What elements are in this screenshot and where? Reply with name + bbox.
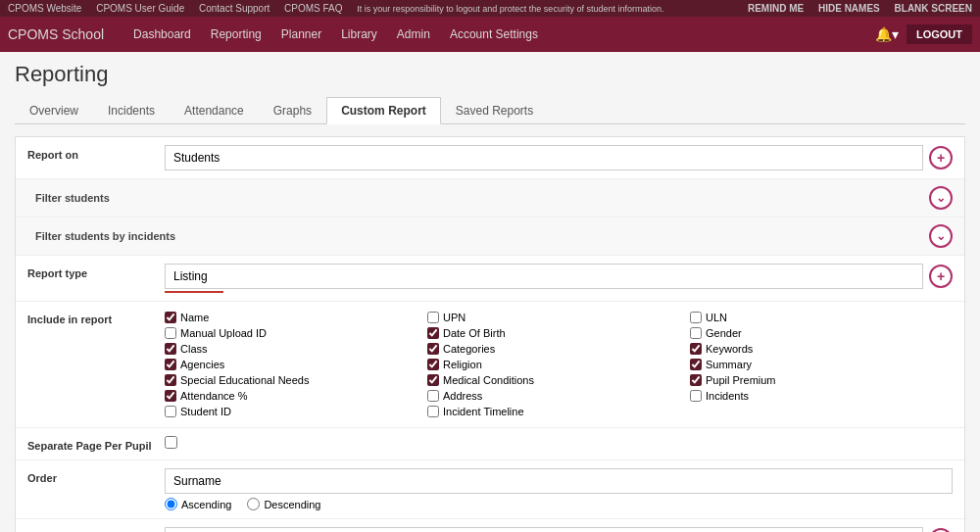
checkbox-manual-upload: Manual Upload ID <box>165 325 427 341</box>
checkbox-manual-upload-input[interactable] <box>165 327 176 339</box>
contact-support-link[interactable]: Contact Support <box>199 3 270 14</box>
checkbox-upn-label: UPN <box>443 312 466 323</box>
checkbox-religion-input[interactable] <box>427 359 439 370</box>
tab-saved-reports[interactable]: Saved Reports <box>441 97 548 124</box>
ascending-radio[interactable] <box>165 498 177 510</box>
notification-bell-icon[interactable]: 🔔▾ <box>875 26 899 42</box>
nav-dashboard[interactable]: Dashboard <box>123 17 201 52</box>
filter-students-expand-button[interactable]: ⌄ <box>929 186 953 210</box>
report-format-label: Report format <box>27 527 165 532</box>
checkbox-pupil-premium: Pupil Premium <box>690 372 953 388</box>
nav-logo: CPOMS School <box>8 26 104 42</box>
descending-option[interactable]: Descending <box>247 498 320 510</box>
remind-me-link[interactable]: REMIND ME <box>748 3 804 14</box>
report-format-expand-button[interactable]: + <box>929 528 953 532</box>
filter-incidents-row: Filter students by incidents ⌄ <box>16 218 964 256</box>
checkbox-sen: Special Educational Needs <box>165 372 427 388</box>
report-on-select[interactable]: Students <box>165 145 923 170</box>
report-format-control: + <box>165 527 953 532</box>
report-type-expand-button[interactable]: + <box>929 265 953 288</box>
checkbox-student-id-input[interactable] <box>165 406 176 417</box>
checkbox-keywords: Keywords <box>690 341 953 357</box>
checkbox-agencies-input[interactable] <box>165 359 176 370</box>
checkbox-class-input[interactable] <box>165 343 176 355</box>
report-on-expand-button[interactable]: + <box>929 146 953 169</box>
checkbox-attendance-input[interactable] <box>165 390 176 402</box>
checkbox-name-input[interactable] <box>165 312 176 323</box>
checkbox-gender-input[interactable] <box>690 327 702 339</box>
checkbox-incident-timeline: Incident Timeline <box>427 404 690 419</box>
checkbox-summary-input[interactable] <box>690 359 702 370</box>
hide-names-link[interactable]: HIDE NAMES <box>818 3 880 14</box>
tab-incidents[interactable]: Incidents <box>93 97 170 124</box>
filter-incidents-expand-button[interactable]: ⌄ <box>929 224 953 248</box>
checkbox-col-1: UPN Date Of Birth Categories Religi <box>427 310 690 419</box>
checkbox-incidents-input[interactable] <box>690 390 702 402</box>
nav-right: 🔔▾ LOGOUT <box>875 24 972 44</box>
nav-library[interactable]: Library <box>331 17 387 52</box>
tab-graphs[interactable]: Graphs <box>259 97 326 124</box>
nav-planner[interactable]: Planner <box>271 17 331 52</box>
checkbox-keywords-input[interactable] <box>690 343 702 355</box>
report-format-input[interactable] <box>165 527 923 532</box>
checkbox-student-id: Student ID <box>165 404 427 419</box>
checkbox-student-id-label: Student ID <box>180 406 231 417</box>
checkbox-uln-label: ULN <box>706 312 727 323</box>
checkbox-attendance-label: Attendance % <box>180 390 248 402</box>
checkbox-categories: Categories <box>427 341 690 357</box>
checkbox-name: Name <box>165 310 427 325</box>
order-control: Surname First Name Class Ascending Desce… <box>165 468 953 510</box>
checkbox-uln-input[interactable] <box>690 312 702 323</box>
checkbox-class: Class <box>165 341 427 357</box>
order-select[interactable]: Surname First Name Class <box>165 468 953 494</box>
checkbox-pupil-premium-label: Pupil Premium <box>706 374 776 386</box>
checkbox-medical-conditions-label: Medical Conditions <box>443 374 534 386</box>
checkbox-class-label: Class <box>180 343 208 355</box>
checkbox-medical-conditions: Medical Conditions <box>427 372 690 388</box>
tab-custom-report[interactable]: Custom Report <box>326 97 441 124</box>
reporting-tabs: Overview Incidents Attendance Graphs Cus… <box>15 97 965 124</box>
ascending-label: Ascending <box>181 499 231 510</box>
cpoms-website-link[interactable]: CPOMS Website <box>8 3 81 14</box>
top-bar-actions: REMIND ME HIDE NAMES BLANK SCREEN <box>736 3 972 14</box>
nav-links: Dashboard Reporting Planner Library Admi… <box>123 17 875 52</box>
user-guide-link[interactable]: CPOMS User Guide <box>96 3 184 14</box>
nav-bar: CPOMS School Dashboard Reporting Planner… <box>0 17 980 52</box>
blank-screen-link[interactable]: BLANK SCREEN <box>895 3 972 14</box>
checkbox-dob-input[interactable] <box>427 327 439 339</box>
ascending-option[interactable]: Ascending <box>165 498 231 510</box>
filter-students-row: Filter students ⌄ <box>16 179 964 218</box>
report-on-control: Students + <box>165 145 953 170</box>
order-radio-group: Ascending Descending <box>165 498 953 510</box>
logout-button[interactable]: LOGOUT <box>906 24 972 44</box>
checkbox-agencies-label: Agencies <box>180 359 224 370</box>
checkbox-attendance: Attendance % <box>165 388 427 404</box>
checkbox-medical-conditions-input[interactable] <box>427 374 439 386</box>
checkbox-upn-input[interactable] <box>427 312 439 323</box>
nav-account-settings[interactable]: Account Settings <box>440 17 548 52</box>
checkbox-categories-input[interactable] <box>427 343 439 355</box>
checkbox-pupil-premium-input[interactable] <box>690 374 702 386</box>
checkbox-religion: Religion <box>427 357 690 372</box>
checkbox-summary-label: Summary <box>706 359 752 370</box>
checkbox-col-2: ULN Gender Keywords Summary <box>690 310 953 419</box>
order-label: Order <box>27 468 165 484</box>
checkbox-sen-input[interactable] <box>165 374 176 386</box>
separate-page-control <box>165 436 953 449</box>
tab-overview[interactable]: Overview <box>15 97 93 124</box>
separate-page-checkbox[interactable] <box>165 436 177 449</box>
checkbox-gender-label: Gender <box>706 327 742 339</box>
checkbox-col-0: Name Manual Upload ID Class Agencie <box>165 310 427 419</box>
nav-reporting[interactable]: Reporting <box>201 17 271 52</box>
checkbox-manual-upload-label: Manual Upload ID <box>180 327 267 339</box>
nav-admin[interactable]: Admin <box>387 17 440 52</box>
checkbox-religion-label: Religion <box>443 359 482 370</box>
tab-attendance[interactable]: Attendance <box>170 97 259 124</box>
report-on-row: Report on Students + <box>16 137 964 179</box>
report-type-select[interactable]: Listing <box>165 264 923 289</box>
cpoms-faq-link[interactable]: CPOMS FAQ <box>284 3 342 14</box>
checkbox-address-input[interactable] <box>427 390 439 402</box>
descending-label: Descending <box>264 499 320 510</box>
checkbox-incident-timeline-input[interactable] <box>427 406 439 417</box>
descending-radio[interactable] <box>247 498 260 510</box>
